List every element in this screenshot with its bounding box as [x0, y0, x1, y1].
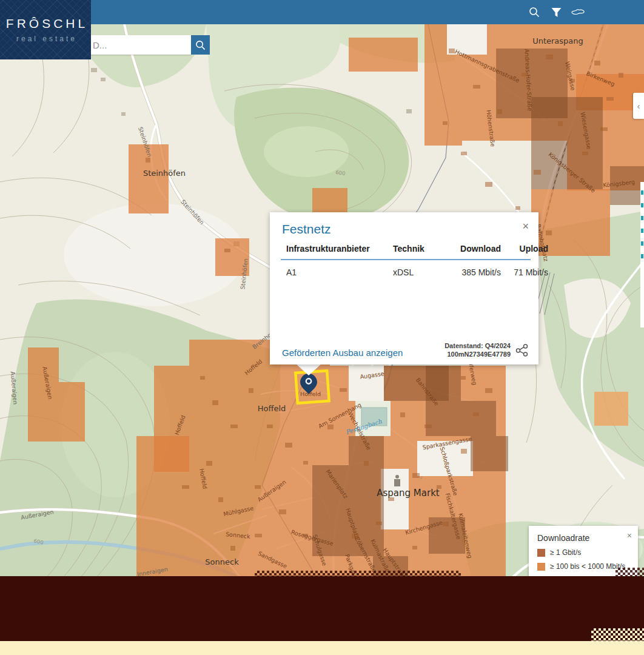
search-toggle-button[interactable]: [526, 4, 542, 20]
bottom-yellow-strip: [0, 641, 644, 655]
dither-artifact: [615, 568, 644, 577]
col-header-infrastrukturanbieter: Infrastrukturanbieter: [281, 244, 393, 254]
coverage-cells-light[interactable]: [594, 392, 628, 426]
data-status: Datenstand: Q4/2024 100mN27349E47789: [444, 341, 511, 358]
svg-text:Steinhöfen: Steinhöfen: [143, 169, 186, 178]
filter-icon: [551, 7, 562, 18]
cell-technik: xDSL: [393, 267, 440, 277]
austria-map-button[interactable]: [570, 4, 586, 20]
svg-text:Unteraspang: Unteraspang: [532, 36, 583, 45]
close-icon[interactable]: ×: [522, 221, 529, 232]
close-icon[interactable]: ×: [627, 531, 632, 540]
cell-upload: 71 Mbit/s: [501, 267, 548, 277]
share-nodes-icon: [515, 343, 529, 357]
festnetz-table: Infrastrukturanbieter Technik Download U…: [281, 244, 531, 277]
table-header-row: Infrastrukturanbieter Technik Download U…: [281, 244, 531, 260]
col-header-technik: Technik: [393, 244, 440, 254]
legend-label: ≥ 1 Gbit/s: [550, 548, 581, 557]
datenstand-label: Datenstand: Q4/2024: [444, 341, 511, 350]
table-row: A1 xDSL 385 Mbit/s 71 Mbit/s: [281, 260, 531, 277]
froeschl-logo: FRÔSCHL real estate: [0, 0, 91, 59]
popup-title: Festnetz: [282, 222, 331, 237]
clipped-panel-fragments: [640, 182, 644, 328]
broadband-atlas-app: SteinhöfenSteinhöfenSteinhöfenBreinhofen…: [0, 0, 644, 655]
topbar-icon-group: [526, 0, 586, 24]
dither-artifact: [255, 571, 461, 577]
popup-tail: [296, 364, 321, 375]
panel-expand-button[interactable]: ‹: [633, 93, 644, 119]
filter-button[interactable]: [548, 4, 564, 20]
search-icon: [529, 7, 540, 18]
svg-text:Sonneck: Sonneck: [205, 557, 239, 566]
col-header-upload: Upload: [501, 244, 548, 254]
svg-text:Hoffeld: Hoffeld: [258, 404, 286, 413]
dither-artifact: [591, 628, 644, 641]
legend-swatch-medium: [537, 563, 545, 571]
logo-title: FRÔSCHL: [6, 16, 88, 31]
search-icon: [195, 40, 206, 50]
top-navigation-bar: [0, 0, 644, 24]
austria-map-icon: [571, 8, 585, 16]
festnetz-popup: Festnetz × Infrastrukturanbieter Technik…: [270, 212, 538, 364]
chevron-left-icon: ‹: [637, 101, 640, 111]
svg-text:Aspang Markt: Aspang Markt: [377, 488, 440, 499]
legend-label: ≥ 100 bis < 1000 Mbit/s: [550, 562, 625, 571]
legend-title: Downloadrate: [537, 533, 633, 543]
cell-download: 385 Mbit/s: [440, 267, 501, 277]
cell-provider: A1: [281, 267, 393, 277]
logo-subtitle: real estate: [16, 35, 77, 43]
cell-id-label: 100mN27349E47789: [444, 350, 511, 358]
legend-item-1gbit: ≥ 1 Gbit/s: [537, 548, 633, 557]
legend-swatch-dark: [537, 549, 545, 557]
search-submit-button[interactable]: [191, 35, 210, 55]
share-button[interactable]: [515, 343, 529, 357]
gefoerderter-ausbau-link[interactable]: Geförderten Ausbau anzeigen: [282, 348, 403, 358]
col-header-download: Download: [440, 244, 501, 254]
bottom-dark-bar: [0, 576, 644, 641]
